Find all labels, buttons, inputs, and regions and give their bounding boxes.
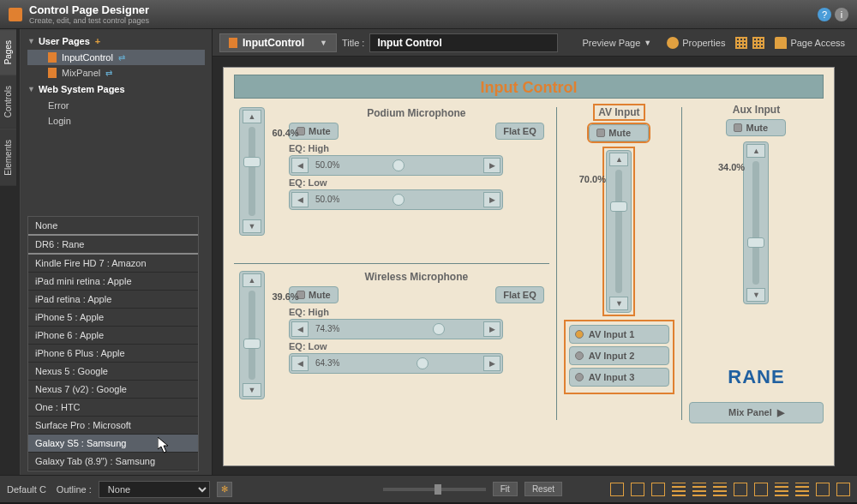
device-item[interactable]: None [28,217,198,236]
up-arrow-icon[interactable]: ▲ [243,273,261,287]
device-item[interactable]: iPhone 6 : Apple [28,327,198,345]
side-tab-pages[interactable]: Pages [0,29,16,75]
distribute-icon[interactable] [795,483,809,496]
wireless-level-slider[interactable]: ▲ ▼ [239,271,265,399]
up-arrow-icon[interactable]: ▲ [243,110,261,123]
tree-item-login[interactable]: Login [27,113,205,129]
preview-page-button[interactable]: Preview Page ▼ [577,36,656,50]
av-option-2[interactable]: AV Input 2 [569,346,669,365]
align-icon[interactable] [651,483,665,496]
align-icon[interactable] [713,483,727,496]
av-option-1[interactable]: AV Input 1 [569,325,669,344]
fit-button[interactable]: Fit [493,482,518,496]
canvas-toolbar: InputControl ▼ Title : Preview Page ▼ Pr… [213,29,857,57]
distribute-icon[interactable] [775,483,788,496]
wireless-eq-high-slider[interactable]: ◀ 74.3% ▶ [289,319,503,339]
app-icon [9,8,22,21]
align-icon[interactable] [631,483,644,496]
device-item[interactable]: Galaxy S5 : Samsung [28,435,198,453]
sys-pages-header[interactable]: ▼ Web System Pages [27,81,205,98]
device-item[interactable]: Surface Pro : Microsoft [28,417,198,435]
page-surface[interactable]: Input Control ▲ ▼ [223,67,835,466]
info-icon[interactable]: i [835,8,848,21]
tree-item-mixpanel[interactable]: MixPanel ⇄ [27,65,205,81]
av-mute-button[interactable]: Mute [589,124,649,141]
page-icon [48,52,57,63]
user-pages-header[interactable]: ▼ User Pages + [27,33,205,50]
mix-panel-button[interactable]: Mix Panel ▶ [689,402,824,423]
down-arrow-icon[interactable]: ▼ [243,383,261,397]
up-arrow-icon[interactable]: ▲ [609,153,628,166]
distribute-icon[interactable] [734,483,747,496]
device-item[interactable]: Nexus 7 (v2) : Google [28,381,198,399]
left-arrow-icon[interactable]: ◀ [291,158,309,173]
outline-select[interactable]: None [99,481,210,498]
reset-button[interactable]: Reset [524,482,562,496]
default-label: Default C [7,484,46,495]
side-tab-controls[interactable]: Controls [0,75,16,128]
properties-button[interactable]: Properties [662,35,730,51]
qr-icon[interactable] [735,37,747,49]
aux-input-title: Aux Input [689,104,824,116]
active-page-tab[interactable]: InputControl ▼ [219,33,337,52]
side-tab-elements[interactable]: Elements [0,129,16,186]
wireless-level-value: 39.6% [268,291,303,302]
device-item[interactable]: Galaxy Tab (8.9") : Samsung [28,453,198,471]
podium-eq-low-slider[interactable]: ◀ 50.0% ▶ [289,189,503,210]
left-panel: ▼ User Pages + InputControl ⇄ MixPanel ⇄… [21,29,213,475]
eq-low-label: EQ: Low [289,177,544,188]
size-icon[interactable] [816,483,830,496]
right-arrow-icon[interactable]: ▶ [483,158,500,173]
align-icon[interactable] [610,483,624,496]
align-icon[interactable] [692,483,706,496]
device-item[interactable]: One : HTC [28,399,198,417]
link-icon: ⇄ [105,69,112,78]
podium-level-slider[interactable]: ▲ ▼ [239,107,265,236]
right-arrow-icon[interactable]: ▶ [483,192,500,207]
device-item[interactable]: Nexus 5 : Google [28,363,198,381]
grid-icon[interactable] [752,37,764,49]
podium-eq-high-slider[interactable]: ◀ 50.0% ▶ [289,155,503,176]
up-arrow-icon[interactable]: ▲ [746,144,765,158]
aux-mute-button[interactable]: Mute [726,119,786,136]
page-title: Input Control [234,75,824,99]
device-dropdown-list[interactable]: None DR6 : Rane Kindle Fire HD 7 : Amazo… [27,216,199,471]
down-arrow-icon[interactable]: ▼ [609,297,628,310]
app-title: Control Page Designer [29,3,814,16]
title-input[interactable] [369,33,558,52]
app-subtitle: Create, edit, and test control pages [29,16,814,25]
podium-flateq-button[interactable]: Flat EQ [495,123,544,140]
podium-title: Podium Microphone [289,107,544,119]
page-access-button[interactable]: Page Access [770,35,850,51]
av-input-selector: AV Input 1 AV Input 2 AV Input 3 [564,320,674,394]
av-option-3[interactable]: AV Input 3 [569,368,669,387]
device-item[interactable]: iPhone 5 : Apple [28,309,198,327]
collapse-icon[interactable]: ▼ [27,85,35,93]
av-level-value: 70.0% [538,174,647,184]
zoom-slider[interactable] [383,488,486,491]
aux-level-value: 34.0% [665,162,798,172]
collapse-icon[interactable]: ▼ [27,37,35,45]
distribute-icon[interactable] [754,483,768,496]
device-item[interactable]: Kindle Fire HD 7 : Amazon [28,255,198,273]
wireless-flateq-button[interactable]: Flat EQ [495,286,544,303]
outline-label: Outline : [57,484,92,495]
help-icon[interactable]: ? [818,8,831,21]
device-item[interactable]: iPad mini retina : Apple [28,273,198,291]
add-page-icon[interactable]: + [95,36,100,46]
left-arrow-icon[interactable]: ◀ [291,192,309,207]
device-item[interactable]: DR6 : Rane [28,236,198,255]
device-item[interactable]: iPad retina : Apple [28,291,198,309]
chevron-down-icon[interactable]: ▼ [320,39,327,47]
align-icon[interactable] [672,483,686,496]
device-item[interactable]: iPhone 6 Plus : Apple [28,345,198,363]
wireless-eq-low-slider[interactable]: ◀ 64.3% ▶ [289,353,503,374]
page-icon [48,68,57,78]
gear-icon[interactable]: ✻ [217,482,232,497]
tree-item-inputcontrol[interactable]: InputControl ⇄ [27,50,205,65]
down-arrow-icon[interactable]: ▼ [243,219,261,233]
tree-item-error[interactable]: Error [27,98,205,113]
down-arrow-icon[interactable]: ▼ [746,288,765,302]
size-icon[interactable] [836,483,850,496]
titlebar: Control Page Designer Create, edit, and … [0,0,857,29]
